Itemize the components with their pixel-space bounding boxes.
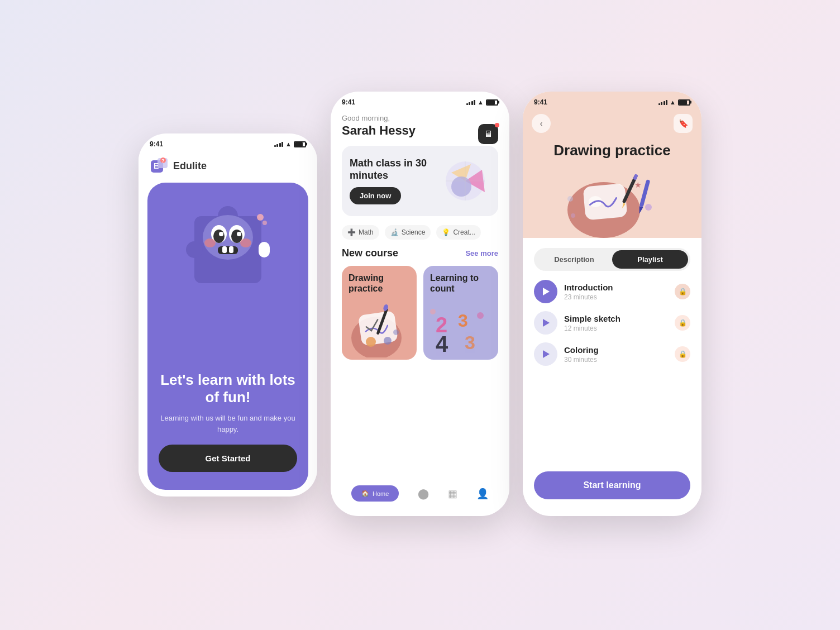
signal-icon-3	[658, 100, 668, 105]
join-now-button[interactable]: Join now	[350, 187, 401, 204]
wifi-icon-2: ▲	[478, 99, 484, 106]
bookmark-icon: 🔖	[679, 119, 688, 128]
status-time-1: 9:41	[150, 140, 163, 148]
play-icon-sketch	[543, 319, 550, 327]
svg-text:3: 3	[465, 332, 475, 353]
science-icon: 🔬	[390, 228, 399, 236]
play-coloring-button[interactable]	[534, 342, 557, 366]
svg-text:★: ★	[634, 180, 642, 189]
greeting-text: Good morning,	[342, 114, 498, 122]
svg-rect-28	[358, 311, 398, 346]
home-icon: 🏠	[361, 490, 369, 497]
status-bar-1: 9:41 ▲	[139, 133, 317, 151]
play-icon-coloring	[543, 350, 550, 358]
svg-point-14	[219, 232, 223, 236]
svg-point-50	[567, 196, 573, 202]
math-label: Math	[359, 228, 374, 236]
wifi-icon-1: ▲	[285, 141, 292, 147]
user-name: Sarah Hessy	[342, 123, 498, 138]
coloring-duration: 30 minutes	[564, 356, 668, 364]
signal-icon-1	[274, 142, 284, 147]
battery-icon-2	[486, 99, 498, 106]
drawing-illustration	[342, 296, 417, 357]
back-button[interactable]: ‹	[532, 114, 551, 133]
svg-point-51	[571, 213, 575, 218]
svg-rect-20	[229, 246, 233, 253]
status-icons-1: ▲	[274, 141, 306, 147]
svg-rect-19	[222, 246, 227, 253]
course-card-drawing[interactable]: Drawing practice	[342, 266, 417, 360]
play-introduction-button[interactable]	[534, 280, 557, 303]
phone-detail: 9:41 ▲ ‹ 🔖 Drawing practice	[523, 92, 701, 516]
class-banner[interactable]: Math class in 30 minutes Join now	[342, 146, 498, 216]
svg-point-31	[366, 337, 376, 347]
status-icons-3: ▲	[658, 99, 690, 106]
brand-name: Edulite	[173, 160, 207, 172]
course-card-counting[interactable]: Learning to count 2 3 4 3	[423, 266, 498, 360]
bottom-navigation: 🏠 Home ⬤ ▦ 👤	[342, 480, 498, 509]
svg-point-16	[204, 238, 216, 247]
category-creative[interactable]: 💡 Creat...	[436, 225, 480, 240]
welcome-subtitle: Learning with us will be fun and make yo…	[159, 413, 297, 435]
notification-dot	[495, 123, 499, 127]
sketch-lock-icon: 🔒	[675, 315, 690, 331]
phone-welcome: 9:41 ▲ E ? Edulite	[139, 133, 317, 497]
svg-text:?: ?	[161, 158, 165, 164]
playlist-item-coloring: Coloring 30 minutes 🔒	[534, 342, 690, 366]
nav-calendar[interactable]: ▦	[448, 488, 457, 500]
svg-point-17	[240, 238, 251, 247]
status-time-2: 9:41	[342, 98, 355, 106]
playlist-item-sketch: Simple sketch 12 minutes 🔒	[534, 311, 690, 335]
new-course-header: New course See more	[342, 247, 498, 259]
svg-point-21	[257, 214, 264, 221]
banner-title: Math class in 30 minutes	[350, 157, 440, 182]
course-list: Drawing practice	[342, 266, 498, 360]
tab-description[interactable]: Description	[536, 250, 612, 269]
introduction-lock-icon: 🔒	[675, 284, 690, 299]
start-learning-button[interactable]: Start learning	[534, 471, 690, 499]
nav-home[interactable]: 🏠 Home	[351, 485, 399, 502]
home-content: Good morning, Sarah Hessy 🖥 Math class i…	[331, 109, 509, 509]
welcome-title: Let's learn with lots of fun!	[159, 371, 297, 406]
battery-icon-1	[294, 141, 306, 147]
coloring-lock-icon: 🔒	[675, 346, 690, 362]
bookmark-button[interactable]: 🔖	[674, 114, 693, 133]
svg-point-13	[231, 230, 242, 243]
svg-point-7	[186, 241, 203, 258]
calendar-icon: ▦	[448, 488, 457, 500]
svg-rect-18	[218, 246, 238, 254]
coloring-title: Coloring	[564, 345, 668, 355]
category-math[interactable]: ➕ Math	[342, 225, 379, 240]
notification-button[interactable]: 🖥	[478, 124, 498, 144]
status-icons-2: ▲	[466, 99, 498, 106]
svg-text:3: 3	[458, 311, 468, 331]
nav-profile[interactable]: 👤	[476, 488, 489, 500]
creative-icon: 💡	[442, 228, 450, 236]
svg-rect-8	[259, 242, 270, 257]
category-science[interactable]: 🔬 Science	[385, 225, 431, 240]
learning-to-count-title: Learning to count	[423, 266, 498, 296]
banner-illustration	[440, 156, 490, 206]
svg-point-12	[213, 230, 225, 243]
coloring-info: Coloring 30 minutes	[564, 345, 668, 364]
profile-icon: 👤	[476, 488, 489, 500]
svg-point-32	[384, 337, 392, 345]
battery-icon-3	[678, 99, 690, 106]
play-sketch-button[interactable]	[534, 311, 557, 335]
drawing-practice-title: Drawing practice	[342, 266, 417, 296]
math-icon: ➕	[347, 228, 356, 236]
see-more-link[interactable]: See more	[465, 249, 498, 257]
nav-search[interactable]: ⬤	[418, 488, 429, 500]
phone-home: 9:41 ▲ Good morning, Sarah Hessy 🖥 Math	[331, 92, 509, 516]
search-icon: ⬤	[418, 488, 429, 500]
mascot-illustration	[172, 188, 284, 300]
notification-icon: 🖥	[484, 129, 493, 139]
status-bar-2: 9:41 ▲	[331, 92, 509, 109]
svg-point-24	[451, 176, 471, 197]
signal-icon-2	[466, 100, 476, 105]
app-logo-icon: E ?	[150, 156, 170, 176]
get-started-button[interactable]: Get Started	[159, 445, 297, 472]
playlist-item-introduction: Introduction 23 minutes 🔒	[534, 280, 690, 303]
tab-playlist[interactable]: Playlist	[612, 250, 688, 269]
wifi-icon-3: ▲	[670, 99, 676, 106]
